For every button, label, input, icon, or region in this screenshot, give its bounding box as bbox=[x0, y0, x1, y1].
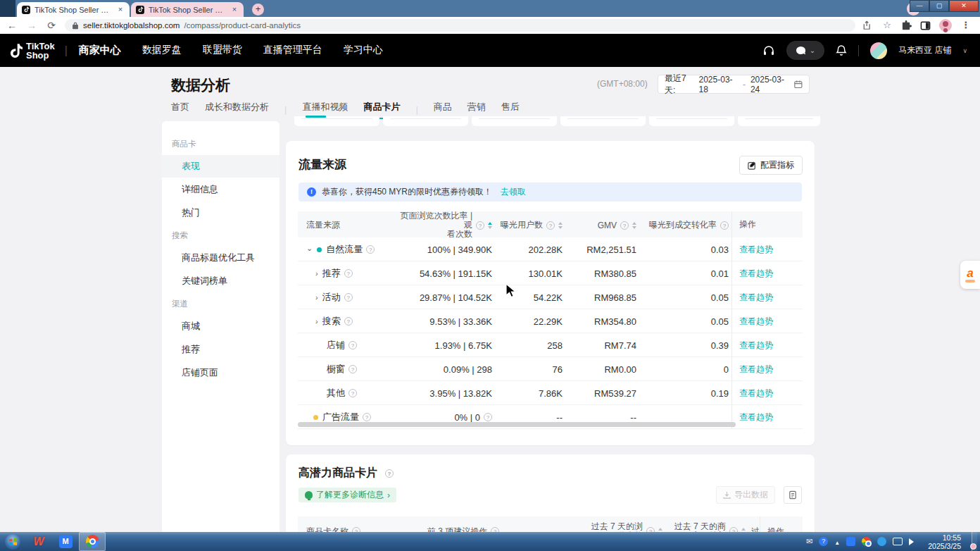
expand-icon[interactable] bbox=[315, 269, 318, 278]
info-icon[interactable] bbox=[344, 293, 353, 302]
report-doc-button[interactable] bbox=[784, 486, 802, 504]
sidebar-item-mall[interactable]: 商城 bbox=[162, 315, 279, 338]
info-icon[interactable] bbox=[348, 341, 357, 349]
clock-time: 10:55 bbox=[928, 533, 961, 542]
view-trend-link[interactable]: 查看趋势 bbox=[739, 292, 773, 304]
floating-assistant-widget[interactable] bbox=[960, 261, 980, 289]
taskbar-clock[interactable]: 10:55 2025/3/25 bbox=[924, 533, 965, 550]
info-icon[interactable] bbox=[348, 389, 357, 397]
close-button[interactable]: ✕ bbox=[949, 0, 979, 12]
chevron-down-icon[interactable]: ∨ bbox=[962, 47, 967, 54]
taskbar-chrome-icon[interactable] bbox=[79, 532, 106, 551]
horizontal-scrollbar[interactable] bbox=[298, 422, 736, 427]
browser-tab-1[interactable]: TikTok Shop Seller Center | Cr bbox=[17, 2, 130, 17]
sort-icon[interactable] bbox=[632, 222, 636, 229]
headset-icon[interactable] bbox=[762, 44, 775, 57]
info-icon[interactable] bbox=[366, 245, 375, 254]
share-icon[interactable] bbox=[862, 20, 873, 30]
tray-help-icon[interactable] bbox=[819, 537, 828, 546]
tab-growth[interactable]: 成长和数据分析 bbox=[205, 101, 269, 118]
sidebar-item-trending[interactable]: 热门 bbox=[162, 202, 279, 224]
diagnosis-info-link[interactable]: 了解更多诊断信息 › bbox=[299, 488, 396, 502]
claim-coupon-link[interactable]: 去领取 bbox=[501, 186, 526, 198]
tab-aftersale[interactable]: 售后 bbox=[501, 101, 520, 118]
forward-icon[interactable] bbox=[25, 20, 38, 31]
chat-pill[interactable]: ⌄ bbox=[786, 41, 824, 60]
tab-close-icon[interactable] bbox=[116, 6, 125, 14]
info-icon[interactable] bbox=[720, 221, 729, 230]
sidebar-item-keyword-ranking[interactable]: 关键词榜单 bbox=[162, 270, 279, 292]
tab-marketing[interactable]: 营销 bbox=[467, 101, 486, 118]
back-icon[interactable] bbox=[6, 20, 18, 31]
nav-item-affiliate[interactable]: 联盟带货 bbox=[203, 44, 242, 57]
tab-close-icon[interactable] bbox=[230, 6, 239, 14]
bell-icon[interactable] bbox=[836, 44, 847, 56]
info-icon[interactable] bbox=[476, 221, 484, 230]
info-icon[interactable] bbox=[546, 221, 555, 230]
collapse-icon[interactable] bbox=[306, 245, 313, 254]
view-trend-link[interactable]: 查看趋势 bbox=[739, 340, 773, 352]
tab-products[interactable]: 商品 bbox=[434, 101, 452, 118]
tab-product-card[interactable]: 商品卡片 bbox=[363, 101, 400, 118]
tiktok-shop-logo[interactable]: TikTok Shop bbox=[0, 42, 65, 60]
nav-item-compass[interactable]: 数据罗盘 bbox=[142, 44, 182, 57]
extensions-icon[interactable] bbox=[901, 20, 912, 31]
view-trend-link[interactable]: 查看趋势 bbox=[739, 316, 773, 328]
info-icon[interactable] bbox=[646, 527, 655, 532]
info-icon[interactable] bbox=[484, 413, 492, 421]
info-icon[interactable] bbox=[348, 365, 357, 373]
browser-tab-2[interactable]: TikTok Shop Seller Center | Cr bbox=[131, 2, 244, 17]
view-trend-link[interactable]: 查看趋势 bbox=[739, 364, 773, 376]
view-trend-link[interactable]: 查看趋势 bbox=[739, 411, 773, 423]
shop-avatar[interactable] bbox=[870, 42, 887, 59]
view-trend-link[interactable]: 查看趋势 bbox=[739, 244, 773, 256]
sidebar-item-shop-page[interactable]: 店铺页面 bbox=[162, 361, 279, 384]
chevron-down-icon: ⌄ bbox=[810, 47, 815, 54]
bookmark-star-icon[interactable] bbox=[881, 20, 893, 31]
volume-icon[interactable] bbox=[909, 538, 917, 545]
browser-menu-icon[interactable] bbox=[960, 20, 972, 31]
sidebar-item-recommend[interactable]: 推荐 bbox=[162, 338, 279, 361]
new-tab-button[interactable] bbox=[252, 4, 264, 16]
maximize-button[interactable]: ▢ bbox=[929, 0, 949, 12]
date-range-picker[interactable]: 最近7天: 2025-03-18 - 2025-03-24 bbox=[658, 75, 810, 94]
taskbar-wps-icon[interactable] bbox=[25, 532, 52, 551]
expand-icon[interactable] bbox=[315, 293, 318, 302]
view-trend-link[interactable]: 查看趋势 bbox=[739, 268, 773, 280]
url-bar[interactable]: seller.tiktokglobalshop.com/compass/prod… bbox=[65, 19, 855, 32]
sort-icon[interactable] bbox=[488, 222, 492, 229]
info-icon[interactable] bbox=[729, 527, 738, 532]
view-trend-link[interactable]: 查看趋势 bbox=[739, 388, 773, 400]
reload-icon[interactable] bbox=[45, 20, 58, 31]
configure-metrics-button[interactable]: 配置指标 bbox=[739, 156, 803, 175]
sidebar-item-performance[interactable]: 表现 bbox=[162, 155, 279, 178]
side-panel-icon[interactable] bbox=[920, 20, 931, 31]
tray-expand-icon[interactable] bbox=[834, 538, 840, 546]
nav-item-academy[interactable]: 学习中心 bbox=[344, 44, 383, 57]
info-icon[interactable] bbox=[352, 527, 360, 532]
tray-chrome-icon[interactable] bbox=[862, 537, 871, 546]
tray-mail-icon[interactable] bbox=[806, 537, 812, 546]
tab-home[interactable]: 首页 bbox=[171, 101, 189, 118]
minimize-button[interactable]: — bbox=[910, 0, 929, 12]
info-icon[interactable] bbox=[620, 221, 629, 230]
network-icon[interactable] bbox=[893, 538, 903, 545]
start-button[interactable] bbox=[0, 532, 25, 551]
nav-item-live[interactable]: 直播管理平台 bbox=[263, 44, 322, 57]
sidebar-item-title-optimizer[interactable]: 商品标题优化工具 bbox=[162, 247, 279, 269]
expand-icon[interactable] bbox=[315, 317, 318, 326]
info-icon[interactable] bbox=[344, 269, 353, 278]
info-icon[interactable] bbox=[385, 469, 394, 478]
tray-app-icon[interactable] bbox=[846, 537, 855, 546]
info-icon[interactable] bbox=[363, 413, 371, 421]
sidebar-item-details[interactable]: 详细信息 bbox=[162, 178, 279, 201]
taskbar-m-app-icon[interactable] bbox=[52, 532, 79, 551]
info-icon[interactable] bbox=[491, 527, 499, 532]
sort-icon[interactable] bbox=[558, 222, 563, 229]
tray-app2-icon[interactable] bbox=[877, 537, 886, 546]
nav-item-seller-center[interactable]: 商家中心 bbox=[79, 44, 121, 57]
info-icon[interactable] bbox=[344, 317, 353, 326]
browser-profile-avatar[interactable] bbox=[939, 19, 952, 32]
shop-name[interactable]: 马来西亚 店铺 bbox=[898, 44, 951, 56]
export-data-button[interactable]: 导出数据 bbox=[716, 486, 775, 504]
